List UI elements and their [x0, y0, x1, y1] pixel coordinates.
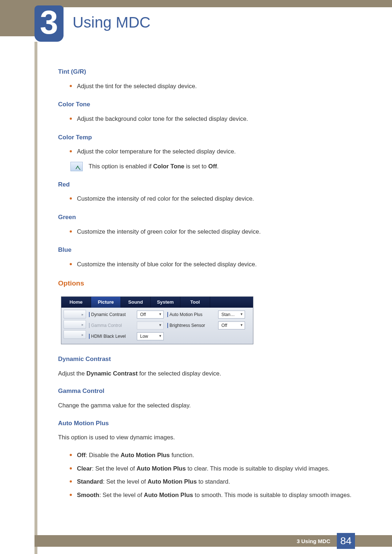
bullet-icon — [70, 118, 72, 120]
tab-tool[interactable]: Tool — [180, 297, 210, 308]
note-icon — [70, 162, 83, 171]
desc-amp-title: Auto Motion Plus — [58, 419, 359, 428]
bullet-amp-off: Off: Disable the Auto Motion Plus functi… — [58, 451, 359, 460]
combo-dynamic-contrast[interactable]: Off▼ — [137, 311, 164, 319]
subhead-colortone: Color Tone — [58, 100, 359, 109]
bullet-amp-smooth: Smooth: Set the level of Auto Motion Plu… — [58, 491, 359, 500]
footer-label: 3 Using MDC — [297, 538, 330, 544]
bullet-amp-clear: Clear: Set the level of Auto Motion Plus… — [58, 464, 359, 473]
label-gamma-control: Gamma Control — [89, 322, 133, 329]
footer-bar: 3 Using MDC 84 — [34, 535, 392, 547]
chapter-badge: 3 — [34, 5, 64, 42]
bullet-icon — [70, 454, 72, 456]
chevron-down-icon: ▼ — [240, 312, 243, 317]
desc-dynamic-contrast-title: Dynamic Contrast — [58, 354, 359, 364]
tab-home[interactable]: Home — [61, 297, 91, 308]
bullet-icon — [70, 263, 72, 265]
bullet-green: Customize the intensity of green color f… — [58, 227, 359, 236]
bullet-icon — [70, 85, 72, 87]
note-text: This option is enabled if Color Tone is … — [89, 162, 219, 171]
expand-button[interactable]: ▸ — [64, 320, 86, 329]
page-footer: 3 Using MDC 84 — [0, 535, 392, 554]
desc-amp-body: This option is used to view dynamic imag… — [58, 433, 359, 442]
bullet-text: Customize the intensity of blue color fo… — [77, 260, 359, 269]
desc-gamma-body: Change the gamma value for the selected … — [58, 401, 359, 410]
bullet-amp-standard: Standard: Set the level of Auto Motion P… — [58, 477, 359, 486]
note-colortemp: This option is enabled if Color Tone is … — [70, 162, 359, 171]
subhead-blue: Blue — [58, 245, 359, 255]
panel-body: ▸ ▸ ▸ Dynamic Contrast Off▼ Auto Motion … — [61, 308, 253, 344]
subhead-colortemp: Color Temp — [58, 133, 359, 142]
left-rail — [34, 42, 37, 554]
bullet-text: Customize the intensity of red color for… — [77, 194, 359, 203]
bullet-icon — [70, 480, 72, 483]
label-dynamic-contrast: Dynamic Contrast — [89, 311, 133, 318]
bullet-red: Customize the intensity of red color for… — [58, 194, 359, 203]
bullet-text: Adjust the color temperature for the sel… — [77, 147, 359, 156]
bullet-text: Customize the intensity of green color f… — [77, 227, 359, 236]
combo-hdmi-black-level[interactable]: Low▼ — [137, 332, 164, 340]
tab-sound[interactable]: Sound — [121, 297, 151, 308]
combo-gamma-control: ▼ — [137, 321, 164, 329]
tab-bar: Home Picture Sound System Tool — [61, 297, 253, 308]
combo-brightness-sensor[interactable]: Off▼ — [218, 321, 245, 329]
expand-button[interactable]: ▸ — [64, 310, 86, 319]
bullet-icon — [70, 150, 72, 152]
page-number: 84 — [337, 533, 355, 549]
tab-spacer — [210, 297, 253, 308]
bullet-blue: Customize the intensity of blue color fo… — [58, 260, 359, 269]
label-hdmi-black-level: HDMI Black Level — [89, 333, 133, 340]
options-panel: Home Picture Sound System Tool ▸ ▸ ▸ Dyn… — [61, 296, 253, 344]
chevron-down-icon: ▼ — [159, 334, 162, 339]
bullet-colortemp: Adjust the color temperature for the sel… — [58, 147, 359, 156]
chevron-down-icon: ▼ — [159, 323, 162, 328]
bullet-icon — [70, 197, 72, 200]
subhead-red: Red — [58, 180, 359, 189]
tab-system[interactable]: System — [151, 297, 180, 308]
page-header: 3 Using MDC — [0, 7, 392, 42]
label-auto-motion-plus: Auto Motion Plus — [167, 311, 215, 318]
bullet-colortone: Adjust the background color tone for the… — [58, 114, 359, 123]
bullet-icon — [70, 467, 72, 469]
expand-button[interactable]: ▸ — [64, 330, 86, 339]
amp-bullet-list: Off: Disable the Auto Motion Plus functi… — [58, 451, 359, 500]
bullet-text: Adjust the background color tone for the… — [77, 114, 359, 123]
tab-picture[interactable]: Picture — [91, 297, 121, 308]
subhead-tint: Tint (G/R) — [58, 67, 359, 77]
desc-gamma-title: Gamma Control — [58, 386, 359, 396]
chapter-number: 3 — [34, 3, 64, 42]
bullet-icon — [70, 230, 72, 233]
chevron-down-icon: ▼ — [159, 312, 162, 317]
panel-left-buttons: ▸ ▸ ▸ — [64, 310, 86, 341]
bullet-tint: Adjust the tint for the selected display… — [58, 82, 359, 91]
page-content: Tint (G/R) Adjust the tint for the selec… — [58, 67, 359, 504]
panel-grid: Dynamic Contrast Off▼ Auto Motion Plus S… — [89, 310, 251, 341]
subhead-green: Green — [58, 213, 359, 222]
chevron-down-icon: ▼ — [240, 323, 243, 328]
section-options: Options — [58, 278, 359, 289]
label-brightness-sensor: Brightness Sensor — [167, 322, 215, 329]
bullet-icon — [70, 494, 72, 496]
bullet-text: Adjust the tint for the selected display… — [77, 82, 359, 91]
combo-auto-motion-plus[interactable]: Stan…▼ — [218, 311, 245, 319]
chapter-title: Using MDC — [73, 14, 151, 31]
desc-dynamic-contrast-body: Adjust the Dynamic Contrast for the sele… — [58, 369, 359, 378]
